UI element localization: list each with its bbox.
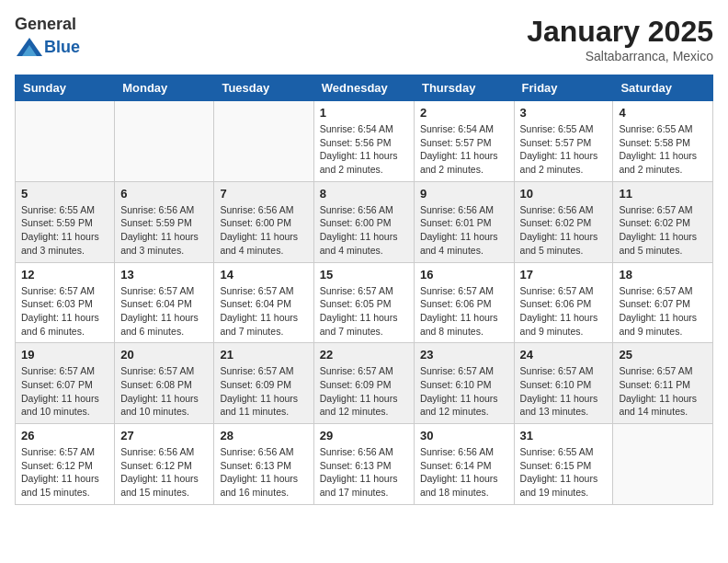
calendar-cell: 21Sunrise: 6:57 AM Sunset: 6:09 PM Dayli… — [214, 343, 313, 424]
calendar-cell: 6Sunrise: 6:56 AM Sunset: 5:59 PM Daylig… — [115, 181, 214, 262]
calendar-cell: 5Sunrise: 6:55 AM Sunset: 5:59 PM Daylig… — [16, 181, 115, 262]
calendar-cell: 18Sunrise: 6:57 AM Sunset: 6:07 PM Dayli… — [613, 262, 713, 343]
day-number: 22 — [320, 348, 408, 362]
day-info: Sunrise: 6:57 AM Sunset: 6:03 PM Dayligh… — [21, 284, 108, 339]
day-number: 13 — [120, 268, 208, 282]
day-info: Sunrise: 6:57 AM Sunset: 6:08 PM Dayligh… — [120, 364, 208, 419]
calendar-cell: 7Sunrise: 6:56 AM Sunset: 6:00 PM Daylig… — [214, 181, 313, 262]
day-number: 20 — [120, 348, 208, 362]
calendar-cell: 10Sunrise: 6:56 AM Sunset: 6:02 PM Dayli… — [514, 181, 613, 262]
day-info: Sunrise: 6:57 AM Sunset: 6:09 PM Dayligh… — [320, 364, 408, 419]
day-number: 28 — [220, 429, 307, 442]
day-number: 30 — [420, 429, 508, 442]
day-number: 21 — [220, 348, 307, 362]
calendar-cell: 8Sunrise: 6:56 AM Sunset: 6:00 PM Daylig… — [313, 181, 414, 262]
logo-text: General Blue — [15, 15, 80, 60]
day-info: Sunrise: 6:54 AM Sunset: 5:56 PM Dayligh… — [320, 122, 408, 177]
day-info: Sunrise: 6:57 AM Sunset: 6:04 PM Dayligh… — [120, 284, 208, 339]
day-info: Sunrise: 6:57 AM Sunset: 6:07 PM Dayligh… — [21, 364, 108, 419]
day-number: 5 — [21, 187, 108, 201]
day-info: Sunrise: 6:55 AM Sunset: 6:15 PM Dayligh… — [520, 445, 608, 500]
day-number: 15 — [320, 268, 408, 282]
day-number: 23 — [420, 348, 508, 362]
calendar-cell: 31Sunrise: 6:55 AM Sunset: 6:15 PM Dayli… — [514, 424, 613, 505]
calendar-cell: 4Sunrise: 6:55 AM Sunset: 5:58 PM Daylig… — [613, 101, 713, 182]
calendar-cell — [214, 101, 313, 182]
calendar-cell: 27Sunrise: 6:56 AM Sunset: 6:12 PM Dayli… — [115, 424, 214, 505]
day-info: Sunrise: 6:57 AM Sunset: 6:04 PM Dayligh… — [220, 284, 307, 339]
calendar-cell: 24Sunrise: 6:57 AM Sunset: 6:10 PM Dayli… — [514, 343, 613, 424]
day-info: Sunrise: 6:56 AM Sunset: 6:13 PM Dayligh… — [220, 445, 307, 500]
calendar-cell: 17Sunrise: 6:57 AM Sunset: 6:06 PM Dayli… — [514, 262, 613, 343]
weekday-header-thursday: Thursday — [414, 75, 514, 101]
day-number: 1 — [320, 106, 408, 120]
weekday-header-monday: Monday — [115, 75, 214, 101]
calendar-cell: 13Sunrise: 6:57 AM Sunset: 6:04 PM Dayli… — [115, 262, 214, 343]
day-number: 10 — [520, 187, 608, 201]
day-number: 29 — [320, 429, 408, 442]
calendar-cell: 25Sunrise: 6:57 AM Sunset: 6:11 PM Dayli… — [613, 343, 713, 424]
day-info: Sunrise: 6:57 AM Sunset: 6:10 PM Dayligh… — [420, 364, 508, 419]
calendar-cell: 28Sunrise: 6:56 AM Sunset: 6:13 PM Dayli… — [214, 424, 313, 505]
day-info: Sunrise: 6:57 AM Sunset: 6:06 PM Dayligh… — [520, 284, 608, 339]
day-info: Sunrise: 6:56 AM Sunset: 6:14 PM Dayligh… — [420, 445, 508, 500]
calendar-table: SundayMondayTuesdayWednesdayThursdayFrid… — [15, 75, 713, 505]
weekday-header-wednesday: Wednesday — [313, 75, 414, 101]
calendar-cell — [16, 101, 115, 182]
calendar-week-row-1: 1Sunrise: 6:54 AM Sunset: 5:56 PM Daylig… — [16, 101, 713, 182]
day-info: Sunrise: 6:56 AM Sunset: 6:13 PM Dayligh… — [320, 445, 408, 500]
day-number: 4 — [619, 106, 707, 120]
calendar-cell: 9Sunrise: 6:56 AM Sunset: 6:01 PM Daylig… — [414, 181, 514, 262]
day-info: Sunrise: 6:55 AM Sunset: 5:59 PM Dayligh… — [21, 203, 108, 258]
calendar-week-row-2: 5Sunrise: 6:55 AM Sunset: 5:59 PM Daylig… — [16, 181, 713, 262]
day-number: 9 — [420, 187, 508, 201]
calendar-cell — [115, 101, 214, 182]
day-info: Sunrise: 6:55 AM Sunset: 5:58 PM Dayligh… — [619, 122, 707, 177]
day-number: 16 — [420, 268, 508, 282]
page-header: General Blue January 2025 Saltabarranca,… — [15, 15, 713, 63]
day-info: Sunrise: 6:57 AM Sunset: 6:07 PM Dayligh… — [619, 284, 707, 339]
weekday-header-tuesday: Tuesday — [214, 75, 313, 101]
day-number: 2 — [420, 106, 508, 120]
day-info: Sunrise: 6:57 AM Sunset: 6:09 PM Dayligh… — [220, 364, 307, 419]
day-info: Sunrise: 6:57 AM Sunset: 6:12 PM Dayligh… — [21, 445, 108, 500]
calendar-cell: 11Sunrise: 6:57 AM Sunset: 6:02 PM Dayli… — [613, 181, 713, 262]
day-info: Sunrise: 6:56 AM Sunset: 5:59 PM Dayligh… — [120, 203, 208, 258]
calendar-cell: 14Sunrise: 6:57 AM Sunset: 6:04 PM Dayli… — [214, 262, 313, 343]
calendar-cell: 20Sunrise: 6:57 AM Sunset: 6:08 PM Dayli… — [115, 343, 214, 424]
calendar-cell — [613, 424, 713, 505]
calendar-cell: 2Sunrise: 6:54 AM Sunset: 5:57 PM Daylig… — [414, 101, 514, 182]
day-info: Sunrise: 6:56 AM Sunset: 6:00 PM Dayligh… — [320, 203, 408, 258]
day-number: 31 — [520, 429, 608, 442]
calendar-cell: 3Sunrise: 6:55 AM Sunset: 5:57 PM Daylig… — [514, 101, 613, 182]
calendar-week-row-4: 19Sunrise: 6:57 AM Sunset: 6:07 PM Dayli… — [16, 343, 713, 424]
calendar-cell: 16Sunrise: 6:57 AM Sunset: 6:06 PM Dayli… — [414, 262, 514, 343]
day-number: 8 — [320, 187, 408, 201]
calendar-cell: 19Sunrise: 6:57 AM Sunset: 6:07 PM Dayli… — [16, 343, 115, 424]
calendar-cell: 15Sunrise: 6:57 AM Sunset: 6:05 PM Dayli… — [313, 262, 414, 343]
day-number: 19 — [21, 348, 108, 362]
day-info: Sunrise: 6:56 AM Sunset: 6:01 PM Dayligh… — [420, 203, 508, 258]
day-info: Sunrise: 6:56 AM Sunset: 6:00 PM Dayligh… — [220, 203, 307, 258]
day-number: 3 — [520, 106, 608, 120]
day-number: 7 — [220, 187, 307, 201]
month-year-title: January 2025 — [527, 15, 713, 49]
calendar-week-row-3: 12Sunrise: 6:57 AM Sunset: 6:03 PM Dayli… — [16, 262, 713, 343]
calendar-cell: 22Sunrise: 6:57 AM Sunset: 6:09 PM Dayli… — [313, 343, 414, 424]
day-info: Sunrise: 6:57 AM Sunset: 6:05 PM Dayligh… — [320, 284, 408, 339]
day-number: 18 — [619, 268, 707, 282]
logo-icon — [17, 34, 42, 60]
day-info: Sunrise: 6:55 AM Sunset: 5:57 PM Dayligh… — [520, 122, 608, 177]
day-info: Sunrise: 6:57 AM Sunset: 6:10 PM Dayligh… — [520, 364, 608, 419]
calendar-cell: 12Sunrise: 6:57 AM Sunset: 6:03 PM Dayli… — [16, 262, 115, 343]
day-number: 25 — [619, 348, 707, 362]
day-info: Sunrise: 6:56 AM Sunset: 6:02 PM Dayligh… — [520, 203, 608, 258]
day-info: Sunrise: 6:56 AM Sunset: 6:12 PM Dayligh… — [120, 445, 208, 500]
calendar-cell: 1Sunrise: 6:54 AM Sunset: 5:56 PM Daylig… — [313, 101, 414, 182]
logo: General Blue — [15, 15, 80, 60]
day-number: 11 — [619, 187, 707, 201]
calendar-cell: 29Sunrise: 6:56 AM Sunset: 6:13 PM Dayli… — [313, 424, 414, 505]
day-number: 26 — [21, 429, 108, 442]
day-number: 6 — [120, 187, 208, 201]
location-subtitle: Saltabarranca, Mexico — [527, 49, 713, 63]
